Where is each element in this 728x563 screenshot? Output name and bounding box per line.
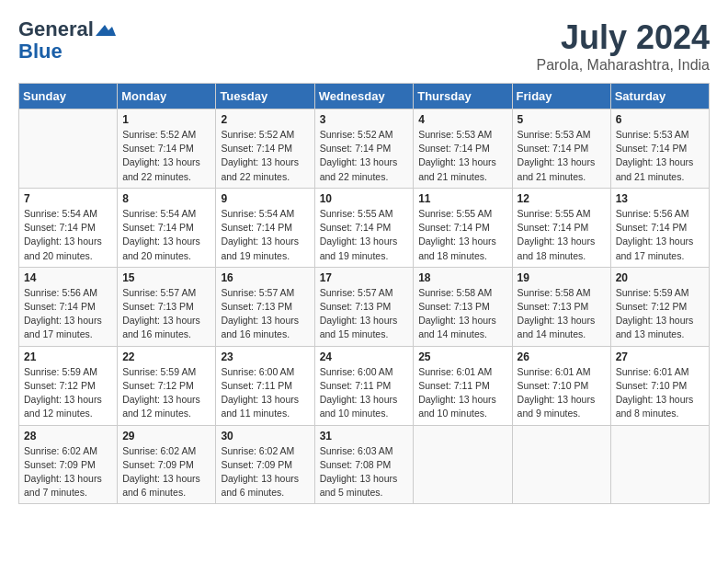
sunrise-text: Sunrise: 5:59 AM	[24, 366, 97, 377]
calendar-cell: 14 Sunrise: 5:56 AM Sunset: 7:14 PM Dayl…	[19, 267, 118, 346]
sunset-text: Sunset: 7:09 PM	[221, 459, 292, 470]
cell-info: Sunrise: 5:57 AM Sunset: 7:13 PM Dayligh…	[122, 286, 210, 342]
daylight-text: Daylight: 13 hours and 18 minutes.	[518, 236, 596, 260]
cell-info: Sunrise: 6:02 AM Sunset: 7:09 PM Dayligh…	[122, 444, 210, 500]
sunrise-text: Sunrise: 5:55 AM	[320, 208, 393, 219]
daylight-text: Daylight: 13 hours and 15 minutes.	[320, 315, 398, 339]
day-number: 11	[418, 192, 506, 205]
daylight-text: Daylight: 13 hours and 11 minutes.	[221, 394, 299, 419]
daylight-text: Daylight: 13 hours and 6 minutes.	[221, 473, 299, 498]
daylight-text: Daylight: 13 hours and 22 minutes.	[221, 156, 299, 181]
cell-info: Sunrise: 5:53 AM Sunset: 7:14 PM Dayligh…	[518, 128, 606, 184]
sunrise-text: Sunrise: 5:54 AM	[221, 208, 294, 219]
sunrise-text: Sunrise: 5:55 AM	[418, 208, 492, 219]
sunset-text: Sunset: 7:11 PM	[221, 380, 292, 391]
sunrise-text: Sunrise: 5:55 AM	[518, 208, 591, 219]
daylight-text: Daylight: 13 hours and 16 minutes.	[221, 315, 299, 339]
day-number: 2	[221, 113, 309, 126]
day-number: 12	[518, 192, 606, 205]
day-number: 26	[518, 350, 606, 363]
daylight-text: Daylight: 13 hours and 19 minutes.	[320, 236, 398, 260]
day-number: 10	[320, 192, 409, 205]
daylight-text: Daylight: 13 hours and 21 minutes.	[616, 156, 694, 181]
calendar-table: SundayMondayTuesdayWednesdayThursdayFrid…	[18, 83, 710, 504]
sunrise-text: Sunrise: 6:02 AM	[221, 445, 294, 456]
cell-info: Sunrise: 6:00 AM Sunset: 7:11 PM Dayligh…	[221, 365, 309, 421]
calendar-cell: 3 Sunrise: 5:52 AM Sunset: 7:14 PM Dayli…	[314, 109, 414, 189]
cell-info: Sunrise: 5:58 AM Sunset: 7:13 PM Dayligh…	[518, 286, 606, 342]
calendar-cell: 10 Sunrise: 5:55 AM Sunset: 7:14 PM Dayl…	[314, 188, 414, 267]
sunset-text: Sunset: 7:11 PM	[418, 380, 490, 391]
sunset-text: Sunset: 7:14 PM	[24, 222, 96, 233]
sunrise-text: Sunrise: 5:53 AM	[616, 129, 689, 140]
page-header: General Blue July 2024 Parola, Maharasht…	[18, 18, 710, 74]
daylight-text: Daylight: 13 hours and 22 minutes.	[320, 156, 398, 181]
logo-icon	[96, 23, 116, 38]
sunset-text: Sunset: 7:13 PM	[418, 301, 490, 312]
day-number: 22	[122, 350, 210, 363]
day-number: 28	[24, 430, 112, 442]
sunset-text: Sunset: 7:14 PM	[518, 143, 589, 154]
calendar-cell: 19 Sunrise: 5:58 AM Sunset: 7:13 PM Dayl…	[512, 267, 610, 346]
sunset-text: Sunset: 7:14 PM	[122, 143, 194, 154]
calendar-cell: 13 Sunrise: 5:56 AM Sunset: 7:14 PM Dayl…	[610, 188, 709, 267]
calendar-cell: 20 Sunrise: 5:59 AM Sunset: 7:12 PM Dayl…	[610, 267, 709, 346]
sunset-text: Sunset: 7:14 PM	[221, 222, 292, 233]
sunset-text: Sunset: 7:14 PM	[122, 222, 194, 233]
day-number: 16	[221, 271, 309, 284]
day-number: 17	[320, 271, 409, 284]
daylight-text: Daylight: 13 hours and 20 minutes.	[122, 236, 200, 260]
sunrise-text: Sunrise: 5:53 AM	[418, 129, 492, 140]
sunrise-text: Sunrise: 5:56 AM	[616, 208, 689, 219]
sunset-text: Sunset: 7:13 PM	[320, 301, 392, 312]
sunrise-text: Sunrise: 5:57 AM	[320, 287, 393, 298]
sunset-text: Sunset: 7:14 PM	[616, 143, 688, 154]
daylight-text: Daylight: 13 hours and 21 minutes.	[418, 156, 496, 181]
calendar-cell: 18 Sunrise: 5:58 AM Sunset: 7:13 PM Dayl…	[414, 267, 512, 346]
daylight-text: Daylight: 13 hours and 12 minutes.	[24, 394, 102, 419]
cell-info: Sunrise: 5:56 AM Sunset: 7:14 PM Dayligh…	[616, 207, 704, 263]
day-number: 8	[122, 192, 210, 205]
sunset-text: Sunset: 7:14 PM	[320, 222, 392, 233]
daylight-text: Daylight: 13 hours and 12 minutes.	[122, 394, 200, 419]
weekday-header-wednesday: Wednesday	[314, 84, 414, 109]
sunrise-text: Sunrise: 6:01 AM	[418, 366, 492, 377]
day-number: 3	[320, 113, 409, 126]
calendar-cell: 21 Sunrise: 5:59 AM Sunset: 7:12 PM Dayl…	[19, 346, 118, 425]
sunset-text: Sunset: 7:13 PM	[122, 301, 194, 312]
weekday-header-tuesday: Tuesday	[216, 84, 314, 109]
sunrise-text: Sunrise: 6:00 AM	[320, 366, 393, 377]
daylight-text: Daylight: 13 hours and 9 minutes.	[518, 394, 596, 419]
sunset-text: Sunset: 7:14 PM	[320, 143, 392, 154]
calendar-cell: 12 Sunrise: 5:55 AM Sunset: 7:14 PM Dayl…	[512, 188, 610, 267]
daylight-text: Daylight: 13 hours and 17 minutes.	[24, 315, 102, 339]
cell-info: Sunrise: 5:54 AM Sunset: 7:14 PM Dayligh…	[221, 207, 309, 263]
sunrise-text: Sunrise: 5:58 AM	[518, 287, 591, 298]
calendar-cell: 22 Sunrise: 5:59 AM Sunset: 7:12 PM Dayl…	[118, 346, 216, 425]
cell-info: Sunrise: 5:59 AM Sunset: 7:12 PM Dayligh…	[616, 286, 704, 342]
cell-info: Sunrise: 5:58 AM Sunset: 7:13 PM Dayligh…	[418, 286, 506, 342]
day-number: 5	[518, 113, 606, 126]
calendar-cell: 2 Sunrise: 5:52 AM Sunset: 7:14 PM Dayli…	[216, 109, 314, 189]
sunrise-text: Sunrise: 5:57 AM	[221, 287, 294, 298]
title-section: July 2024 Parola, Maharashtra, India	[536, 18, 710, 74]
sunset-text: Sunset: 7:09 PM	[122, 459, 194, 470]
weekday-header-saturday: Saturday	[610, 84, 709, 109]
daylight-text: Daylight: 13 hours and 21 minutes.	[518, 156, 596, 181]
day-number: 30	[221, 430, 309, 442]
cell-info: Sunrise: 5:53 AM Sunset: 7:14 PM Dayligh…	[616, 128, 704, 184]
sunrise-text: Sunrise: 5:58 AM	[418, 287, 492, 298]
logo-blue: Blue	[18, 40, 63, 63]
svg-marker-0	[96, 25, 116, 36]
calendar-cell: 6 Sunrise: 5:53 AM Sunset: 7:14 PM Dayli…	[610, 109, 709, 189]
daylight-text: Daylight: 13 hours and 10 minutes.	[320, 394, 398, 419]
cell-info: Sunrise: 6:03 AM Sunset: 7:08 PM Dayligh…	[320, 444, 409, 500]
cell-info: Sunrise: 5:55 AM Sunset: 7:14 PM Dayligh…	[418, 207, 506, 263]
calendar-cell: 28 Sunrise: 6:02 AM Sunset: 7:09 PM Dayl…	[19, 425, 118, 504]
daylight-text: Daylight: 13 hours and 18 minutes.	[418, 236, 496, 260]
cell-info: Sunrise: 5:53 AM Sunset: 7:14 PM Dayligh…	[418, 128, 506, 184]
cell-info: Sunrise: 6:02 AM Sunset: 7:09 PM Dayligh…	[24, 444, 112, 500]
daylight-text: Daylight: 13 hours and 20 minutes.	[24, 236, 102, 260]
calendar-cell	[414, 425, 512, 504]
sunset-text: Sunset: 7:12 PM	[122, 380, 194, 391]
